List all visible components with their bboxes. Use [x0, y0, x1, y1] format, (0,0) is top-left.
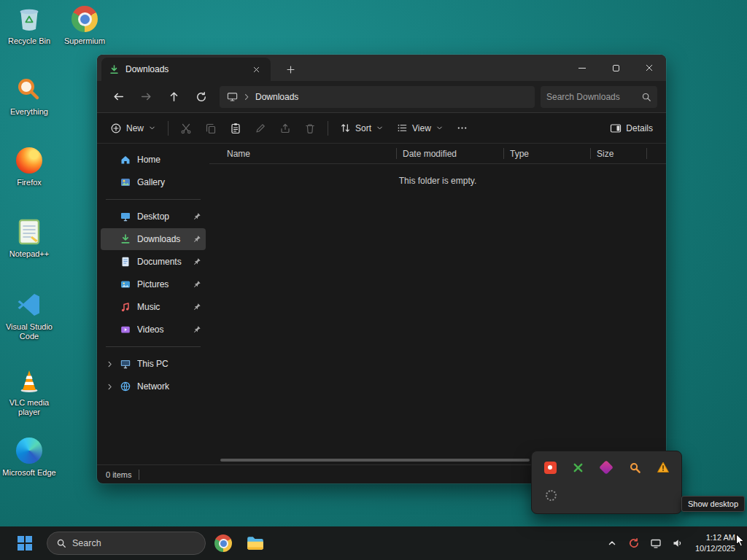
chevron-down-icon [148, 124, 156, 132]
taskbar-search[interactable] [47, 532, 206, 555]
sort-button[interactable]: Sort [334, 117, 390, 140]
column-headers: Name Date modified Type Size [209, 144, 666, 164]
view-button[interactable]: View [391, 117, 449, 140]
start-button[interactable] [10, 529, 39, 558]
window-controls [565, 55, 666, 81]
desktop-icon-everything[interactable]: Everything [1, 75, 57, 117]
toolbar-separator [168, 121, 169, 136]
sidebar-item-videos[interactable]: Videos [101, 319, 206, 341]
delete-button[interactable] [298, 117, 322, 140]
desktop-icon-vscode[interactable]: Visual Studio Code [1, 290, 57, 341]
videos-icon [120, 324, 131, 335]
sidebar-item-music[interactable]: Music [101, 296, 206, 318]
paste-button[interactable] [224, 117, 247, 140]
chevron-down-icon [436, 124, 444, 132]
rename-button[interactable] [249, 117, 272, 140]
details-pane-button[interactable]: Details [604, 117, 659, 140]
maximize-button[interactable] [599, 55, 632, 81]
sidebar-item-label: Gallery [137, 177, 201, 187]
documents-icon [120, 256, 131, 268]
sidebar-separator [106, 346, 201, 347]
column-header-type[interactable]: Type [504, 144, 590, 163]
sidebar-item-label: Desktop [137, 211, 187, 222]
copy-button[interactable] [199, 117, 222, 140]
desktop-icon-firefox[interactable]: Firefox [1, 146, 57, 187]
show-desktop-tooltip: Show desktop [681, 496, 745, 512]
desktop-monitor-icon [120, 211, 131, 222]
red-app-icon[interactable] [539, 456, 562, 478]
share-button[interactable] [274, 117, 297, 140]
downloads-tab-icon [109, 64, 120, 75]
chevron-right-icon [242, 93, 251, 101]
explorer-search-input[interactable] [546, 92, 638, 102]
desktop-icon-label: Everything [10, 107, 48, 117]
pin-icon [193, 257, 201, 266]
navigation-pane: Home Gallery [97, 144, 209, 464]
tray-chevron-up-button[interactable] [602, 530, 622, 556]
desktop-icon-label: Visual Studio Code [1, 322, 57, 341]
close-button[interactable] [632, 55, 666, 81]
firefox-icon [15, 146, 44, 175]
desktop-icon-edge[interactable]: Microsoft Edge [1, 436, 57, 478]
sidebar-item-home[interactable]: Home [101, 149, 206, 171]
sidebar-item-network[interactable]: Network [101, 376, 206, 397]
sidebar-item-pictures[interactable]: Pictures [101, 273, 206, 295]
breadcrumb[interactable]: Downloads [220, 86, 535, 108]
new-button[interactable]: New [104, 117, 162, 140]
sidebar-item-documents[interactable]: Documents [101, 251, 206, 273]
desktop-icon-recycle-bin[interactable]: Recycle Bin [1, 4, 57, 46]
cut-button[interactable] [174, 117, 198, 140]
taskbar-clock[interactable]: 1:12 AM 10/12/2025 [695, 532, 735, 554]
desktop-icon-supermium[interactable]: Supermium [57, 4, 112, 46]
windows-logo-icon [18, 536, 32, 551]
warning-icon[interactable] [651, 456, 674, 478]
new-tab-button[interactable] [281, 61, 300, 78]
breadcrumb-segment-downloads[interactable]: Downloads [255, 92, 298, 102]
sidebar-item-desktop[interactable]: Desktop [101, 206, 206, 228]
close-icon [645, 63, 654, 72]
tab-close-button[interactable] [249, 62, 263, 77]
tray-update-icon[interactable] [624, 530, 644, 556]
spinner-icon[interactable] [539, 484, 562, 506]
horizontal-scrollbar[interactable] [220, 459, 530, 462]
refresh-button[interactable] [189, 85, 214, 109]
column-divider[interactable] [646, 148, 647, 159]
chevron-down-icon [376, 124, 384, 132]
sidebar-item-downloads[interactable]: Downloads [101, 228, 206, 250]
column-header-size[interactable]: Size [591, 144, 646, 163]
close-icon [252, 66, 260, 74]
green-cut-icon[interactable] [568, 456, 590, 478]
vlc-icon [15, 366, 44, 395]
column-header-name[interactable]: Name [221, 144, 396, 163]
supermium-icon [70, 4, 99, 34]
more-icon [457, 122, 468, 133]
orange-search-icon[interactable] [624, 456, 646, 478]
desktop-icon-notepad-plus-plus[interactable]: Notepad++ [1, 217, 57, 259]
taskbar-search-input[interactable] [72, 538, 196, 548]
tray-overflow-flyout [531, 451, 682, 514]
taskbar-icon-file-explorer[interactable] [241, 529, 270, 558]
purple-app-icon[interactable] [595, 456, 618, 478]
tray-display-icon[interactable] [646, 530, 666, 556]
file-list-area: Name Date modified Type Size [209, 144, 666, 464]
column-header-date-modified[interactable]: Date modified [397, 144, 503, 163]
sidebar-item-this-pc[interactable]: This PC [101, 353, 206, 375]
taskbar-icon-supermium[interactable] [209, 529, 238, 558]
explorer-search[interactable] [541, 86, 657, 108]
sidebar-item-gallery[interactable]: Gallery [101, 171, 206, 193]
up-button[interactable] [161, 85, 186, 109]
minimize-button[interactable] [565, 55, 599, 81]
tab-downloads[interactable]: Downloads [101, 58, 271, 81]
back-button[interactable] [106, 85, 131, 109]
delete-icon [304, 122, 316, 134]
more-options-button[interactable] [451, 117, 474, 140]
expand-chevron-icon[interactable] [105, 360, 114, 368]
tray-volume-icon[interactable] [667, 530, 688, 556]
this-pc-icon [120, 358, 131, 370]
desktop-icon-vlc[interactable]: VLC media player [1, 366, 57, 417]
maximize-icon [613, 65, 619, 71]
details-pane-icon [610, 122, 622, 134]
forward-button[interactable] [133, 85, 158, 109]
expand-chevron-icon[interactable] [105, 383, 114, 391]
explorer-main: Home Gallery [97, 144, 666, 464]
